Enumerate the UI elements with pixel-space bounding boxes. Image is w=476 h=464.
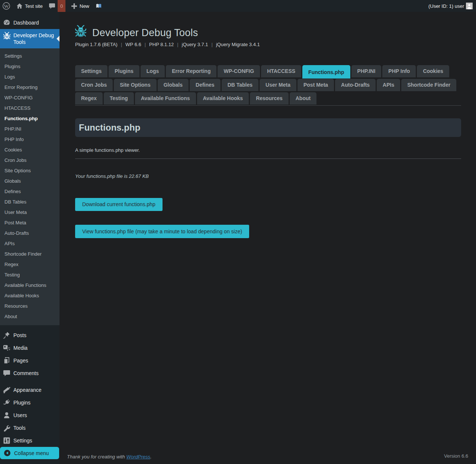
svg-text:W: W <box>5 35 8 39</box>
svg-text:W: W <box>4 3 9 9</box>
svg-text:W: W <box>78 30 84 36</box>
